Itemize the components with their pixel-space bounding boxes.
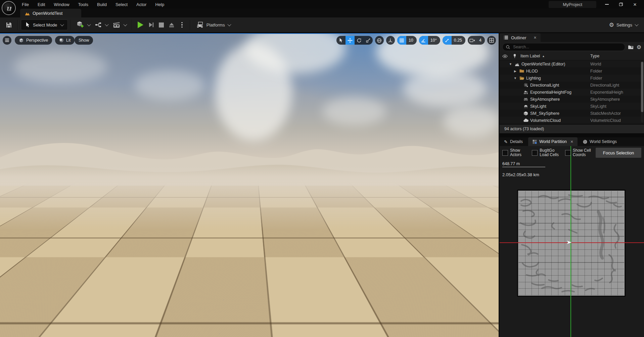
- menu-select[interactable]: Select: [111, 1, 132, 8]
- kebab-menu-icon: [179, 22, 185, 28]
- checkbox-icon[interactable]: [502, 150, 508, 156]
- item-label-column-header[interactable]: Item Label ▲: [519, 54, 590, 58]
- settings-dropdown[interactable]: ⚙ Settings: [607, 20, 641, 30]
- tab-world-partition[interactable]: World Partition ×: [528, 137, 578, 146]
- viewport-options-button[interactable]: [3, 36, 11, 45]
- bugitgo-load-cells-checkbox[interactable]: BugItGo Load Cells: [532, 148, 562, 157]
- cinematics-dropdown[interactable]: [110, 20, 129, 30]
- restore-icon: [619, 3, 623, 6]
- perspective-label: Perspective: [26, 38, 48, 43]
- axis-z-label: Z: [16, 326, 18, 330]
- rotation-snap-control[interactable]: 10°: [419, 36, 440, 45]
- show-cell-coords-checkbox[interactable]: Show Cell Coords: [565, 148, 593, 157]
- show-actors-checkbox[interactable]: Show Actors: [502, 148, 529, 157]
- add-actor-dropdown[interactable]: [74, 20, 93, 30]
- asset-tab-bar: OpenWorldTest: [0, 9, 644, 17]
- select-mode-dropdown[interactable]: Select Mode: [21, 19, 68, 30]
- lit-mode-dropdown[interactable]: Lit: [55, 36, 75, 45]
- world-size-label: 2.05x2.05x0.38 km: [502, 172, 539, 177]
- search-input[interactable]: [512, 44, 622, 50]
- outliner-row-skylight[interactable]: SkyLight SkyLight: [500, 103, 644, 110]
- menu-help[interactable]: Help: [151, 1, 169, 8]
- restore-button[interactable]: [614, 0, 628, 8]
- eject-button[interactable]: [166, 20, 177, 30]
- expander-icon[interactable]: ▼: [508, 62, 513, 66]
- viewport-toolbar: 10 10° 0.25: [336, 36, 496, 45]
- checkbox-icon[interactable]: [532, 150, 538, 156]
- menu-window[interactable]: Window: [49, 1, 74, 8]
- folder-closed-icon: [519, 68, 524, 74]
- menu-tools[interactable]: Tools: [74, 1, 93, 8]
- move-tool-button[interactable]: [346, 36, 355, 45]
- menu-actor[interactable]: Actor: [132, 1, 151, 8]
- outliner-row-exponentialheightfog[interactable]: ExponentialHeightFog ExponentialHeigh: [500, 89, 644, 96]
- outliner-row-sm-skysphere[interactable]: SM_SkySphere StaticMeshActor: [500, 110, 644, 117]
- camera-speed-control[interactable]: 4: [468, 36, 485, 45]
- show-dropdown[interactable]: Show: [75, 36, 93, 45]
- select-tool-button[interactable]: [336, 36, 346, 45]
- play-options-button[interactable]: [177, 20, 187, 30]
- scale-tool-button[interactable]: [364, 36, 373, 45]
- rotate-tool-button[interactable]: [355, 36, 364, 45]
- pin-column-header[interactable]: [510, 54, 519, 58]
- menu-file[interactable]: File: [17, 1, 33, 8]
- tab-details[interactable]: ✎ Details: [500, 137, 527, 146]
- outliner-row-lighting[interactable]: ▼ Lighting Folder: [500, 75, 644, 82]
- rotation-snap-value: 10°: [428, 38, 440, 43]
- close-button[interactable]: ×: [628, 0, 642, 8]
- tab-openworldtest[interactable]: OpenWorldTest: [20, 9, 81, 17]
- surface-snapping-button[interactable]: [386, 36, 395, 45]
- platforms-label: Platforms: [206, 22, 225, 28]
- menu-build[interactable]: Build: [93, 1, 111, 8]
- outliner-row-volumetriccloud[interactable]: VolumetricCloud VolumetricCloud: [500, 117, 644, 124]
- ground-fog-fade: [0, 180, 499, 230]
- menu-edit[interactable]: Edit: [33, 1, 49, 8]
- settings-label: Settings: [616, 22, 632, 28]
- new-folder-icon[interactable]: [628, 45, 634, 50]
- select-arrow-icon: [339, 38, 343, 43]
- chevron-down-icon: [124, 22, 127, 26]
- search-field[interactable]: [502, 43, 625, 51]
- visibility-column-header[interactable]: [500, 54, 510, 58]
- tab-outliner[interactable]: Outliner ×: [500, 33, 541, 42]
- unreal-logo-icon[interactable]: u: [2, 1, 16, 15]
- volumetric-cloud-icon: [523, 118, 528, 123]
- outliner-row-directionallight[interactable]: DirectionalLight DirectionalLight: [500, 82, 644, 89]
- outliner-tree: ▼ OpenWorldTest (Editor) World ▶: [500, 60, 644, 124]
- tab-world-settings[interactable]: World Settings: [579, 137, 621, 146]
- grid-snap-control[interactable]: 10: [397, 36, 417, 45]
- outliner-row-openworldtest[interactable]: ▼ OpenWorldTest (Editor) World: [500, 60, 644, 67]
- unreal-editor-window: u File Edit Window Tools Build Select Ac…: [0, 0, 644, 337]
- titlebar: u File Edit Window Tools Build Select Ac…: [0, 0, 644, 9]
- panel-divider[interactable]: [500, 133, 644, 137]
- scale-snap-control[interactable]: 0.25: [443, 36, 465, 45]
- active-viewport-border: [0, 33, 499, 34]
- viewport-layout-button[interactable]: [487, 36, 496, 45]
- main-area: Perspective Lit Show: [0, 33, 644, 337]
- platforms-dropdown[interactable]: Platforms: [193, 20, 233, 30]
- outliner-settings-icon[interactable]: ⚙: [637, 44, 641, 50]
- world-local-toggle[interactable]: [375, 36, 384, 45]
- scrollbar-thumb[interactable]: [641, 62, 643, 112]
- hamburger-icon: [5, 39, 9, 42]
- save-button[interactable]: [3, 20, 14, 30]
- type-column-header[interactable]: Type: [590, 54, 644, 58]
- grid-snap-icon: [397, 36, 406, 45]
- outliner-scrollbar[interactable]: [641, 62, 643, 123]
- close-tab-icon[interactable]: ×: [570, 139, 573, 144]
- minimize-button[interactable]: [600, 0, 614, 8]
- checkbox-icon[interactable]: [565, 150, 571, 156]
- pin-icon: [513, 54, 516, 58]
- expander-icon[interactable]: ▶: [513, 69, 517, 73]
- perspective-dropdown[interactable]: Perspective: [15, 36, 52, 45]
- play-button[interactable]: [135, 20, 146, 30]
- outliner-row-hlod[interactable]: ▶ HLOD Folder: [500, 67, 644, 75]
- blueprints-dropdown[interactable]: [93, 20, 110, 30]
- close-tab-icon[interactable]: ×: [534, 35, 537, 40]
- focus-selection-button[interactable]: Focus Selection: [596, 148, 641, 158]
- level-viewport[interactable]: Perspective Lit Show: [0, 33, 499, 337]
- outliner-row-skyatmosphere[interactable]: SkyAtmosphere SkyAtmosphere: [500, 96, 644, 103]
- stop-button[interactable]: [156, 20, 166, 30]
- expander-icon[interactable]: ▼: [513, 77, 517, 80]
- skip-button[interactable]: [146, 20, 156, 30]
